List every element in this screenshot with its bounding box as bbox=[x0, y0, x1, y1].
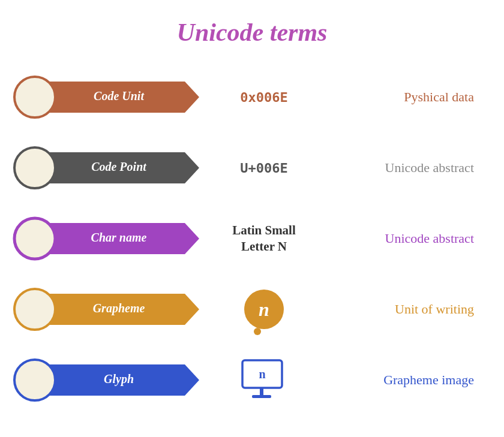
svg-point-22 bbox=[14, 289, 55, 330]
monitor-icon: n bbox=[240, 359, 288, 401]
rows-container: Code Unit0x006EPyshical dataCode PointU+… bbox=[12, 65, 492, 412]
svg-point-4 bbox=[14, 77, 55, 117]
badge-codeunit: Code Unit bbox=[12, 73, 216, 121]
title-part2: terms bbox=[270, 19, 328, 46]
row-charname: Char nameLatin Small Letter NUnicode abs… bbox=[12, 206, 492, 271]
mid-value-charname: Latin Small Letter N bbox=[216, 222, 312, 255]
title-part1: Unicode bbox=[177, 19, 270, 46]
right-desc-charname: Unicode abstract bbox=[312, 231, 492, 246]
svg-marker-15 bbox=[185, 223, 199, 254]
svg-marker-27 bbox=[185, 364, 199, 396]
row-glyph: GlyphnGrapheme image bbox=[12, 348, 492, 412]
svg-rect-33 bbox=[252, 395, 271, 398]
row-codepoint: Code PointU+006EUnicode abstract bbox=[12, 135, 492, 200]
badge-grapheme: Grapheme bbox=[12, 285, 216, 333]
svg-marker-9 bbox=[185, 152, 199, 183]
badge-glyph: Glyph bbox=[12, 356, 216, 404]
row-grapheme: GraphemenUnit of writing bbox=[12, 277, 492, 342]
grapheme-bubble: n bbox=[244, 290, 284, 329]
right-desc-codepoint: Unicode abstract bbox=[312, 160, 492, 176]
right-desc-grapheme: Unit of writing bbox=[312, 302, 492, 317]
right-desc-glyph: Grapheme image bbox=[312, 372, 492, 388]
svg-rect-32 bbox=[260, 388, 263, 395]
svg-text:Char name: Char name bbox=[91, 231, 147, 244]
mid-value-grapheme: n bbox=[216, 290, 312, 329]
svg-text:Grapheme: Grapheme bbox=[93, 302, 145, 315]
right-desc-codeunit: Pyshical data bbox=[312, 89, 492, 105]
page: Unicode terms Code Unit0x006EPyshical da… bbox=[0, 0, 504, 437]
page-title: Unicode terms bbox=[177, 18, 328, 47]
mid-text-codepoint: U+006E bbox=[240, 161, 287, 176]
row-codeunit: Code Unit0x006EPyshical data bbox=[12, 65, 492, 129]
badge-charname: Char name bbox=[12, 215, 216, 263]
mid-text-charname: Latin Small Letter N bbox=[216, 222, 312, 255]
svg-text:Code Point: Code Point bbox=[91, 160, 147, 173]
mid-value-codepoint: U+006E bbox=[216, 161, 312, 176]
svg-point-10 bbox=[14, 147, 55, 188]
svg-text:Code Unit: Code Unit bbox=[94, 89, 145, 103]
svg-text:n: n bbox=[259, 367, 265, 381]
svg-point-16 bbox=[14, 218, 55, 259]
mid-text-codeunit: 0x006E bbox=[240, 90, 287, 105]
badge-codepoint: Code Point bbox=[12, 144, 216, 192]
mid-value-glyph: n bbox=[216, 359, 312, 401]
mid-value-codeunit: 0x006E bbox=[216, 90, 312, 105]
svg-marker-3 bbox=[185, 82, 199, 113]
svg-marker-21 bbox=[185, 294, 199, 325]
svg-text:Glyph: Glyph bbox=[104, 372, 134, 386]
svg-point-28 bbox=[14, 360, 55, 400]
